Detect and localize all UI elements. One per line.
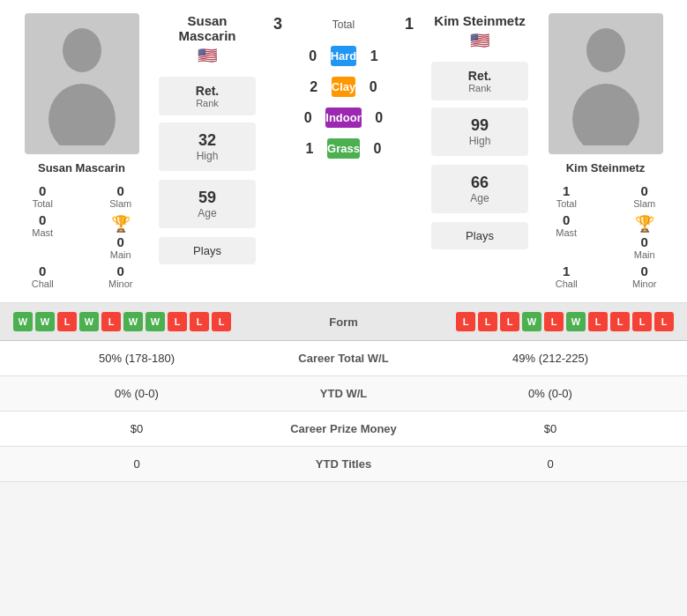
player2-rank-label: Rank [468, 83, 491, 93]
total-p2: 1 [396, 15, 422, 33]
player1-age: 59 [168, 189, 247, 207]
player1-ret: Ret. [196, 84, 219, 98]
form-badge-p1: L [57, 312, 77, 331]
player1-high: 32 [168, 131, 247, 150]
player1-rank-label: Rank [196, 98, 219, 108]
player2-panel: Kim Steinmetz 1 Total 0 Slam 0 Mast 🏆 [533, 13, 678, 289]
player2-main-cell: 0 Main [611, 234, 679, 260]
player1-total-cell: 0 Total [9, 183, 77, 209]
prize-row: $0 Career Prize Money $0 [0, 412, 687, 447]
player1-panel: Susan Mascarin 0 Total 0 Slam 0 Mast 🏆 [9, 13, 154, 289]
player1-chall: 0 [39, 263, 46, 278]
prize-label: Career Prize Money [260, 422, 427, 435]
ytd-wl-row: 0% (0-0) YTD W/L 0% (0-0) [0, 376, 687, 412]
player2-form-badges: LLLWLWLLLL [456, 312, 674, 331]
form-section: WWLWLWWLLL Form LLLWLWLLLL [0, 303, 687, 341]
comparison-section: Susan Mascarin 0 Total 0 Slam 0 Mast 🏆 [0, 0, 687, 303]
clay-badge: Clay [332, 77, 355, 97]
player2-mast: 0 [563, 212, 570, 227]
player2-total-cell: 1 Total [533, 183, 601, 209]
player1-main-spacer [9, 233, 77, 260]
career-wl-row: 50% (178-180) Career Total W/L 49% (212-… [0, 341, 687, 376]
form-badge-p1: W [35, 312, 55, 331]
player2-plays-box: Plays [431, 222, 528, 249]
player1-total: 0 [39, 183, 46, 198]
player1-slam: 0 [117, 183, 124, 198]
player1-mast: 0 [39, 212, 46, 227]
hard-p2: 1 [361, 48, 387, 64]
clay-p2: 0 [360, 79, 386, 95]
player2-total-label: Total [556, 198, 577, 209]
career-wl-label: Career Total W/L [260, 352, 427, 365]
svg-point-1 [49, 84, 116, 145]
indoor-badge: Indoor [325, 108, 361, 128]
form-badge-p2: L [588, 312, 608, 331]
player1-plays-label: Plays [166, 244, 249, 257]
player2-trophy-cell: 🏆 [611, 212, 679, 238]
player1-name: Susan Mascarin [38, 161, 125, 174]
player2-plays-label: Plays [438, 229, 521, 242]
player2-slam-label: Slam [633, 198, 655, 209]
main-container: Susan Mascarin 0 Total 0 Slam 0 Mast 🏆 [0, 0, 687, 482]
indoor-p1: 0 [295, 110, 321, 126]
player1-main-label: Main [110, 249, 131, 260]
player2-chall: 1 [563, 263, 570, 278]
player1-chall-label: Chall [32, 278, 54, 289]
form-badge-p1: L [212, 312, 231, 331]
player1-slam-label: Slam [109, 198, 131, 209]
form-badge-p1: L [168, 312, 187, 331]
player1-trophy-cell: 🏆 [87, 212, 155, 238]
player1-minor-label: Minor [108, 278, 133, 289]
hard-badge: Hard [331, 46, 357, 66]
player1-high-box: 32 High [159, 122, 256, 171]
player2-age-label: Age [440, 192, 519, 204]
player2-age: 66 [440, 174, 519, 192]
player1-main-cell: 0 Main [87, 234, 155, 260]
player1-avatar [25, 13, 139, 154]
p1-titles: 0 [13, 457, 260, 471]
player1-ret-rank-box: Ret. Rank [159, 77, 256, 115]
player2-high-label: High [440, 135, 519, 147]
player2-minor: 0 [641, 263, 648, 278]
player1-chall-cell: 0 Chall [9, 263, 77, 289]
titles-label: YTD Titles [260, 457, 427, 471]
form-badge-p2: L [610, 312, 630, 331]
hard-row: 0 Hard 1 [300, 41, 388, 71]
grass-row: 1 Grass 0 [296, 133, 391, 164]
player2-main-label: Main [634, 249, 655, 260]
p1-prize: $0 [13, 422, 260, 435]
player2-minor-cell: 0 Minor [611, 263, 679, 289]
player2-name-center: Kim Steinmetz [434, 13, 525, 28]
ytd-wl-label: YTD W/L [260, 387, 427, 400]
player1-minor-cell: 0 Minor [87, 263, 155, 289]
player1-form-badges: WWLWLWWLLL [13, 312, 231, 331]
form-badge-p2: L [456, 312, 475, 331]
grass-badge: Grass [327, 138, 360, 159]
player2-trophy-icon: 🏆 [635, 214, 654, 234]
player1-name-center: Susan Mascarin [159, 13, 256, 43]
player1-slam-cell: 0 Slam [87, 183, 155, 209]
player2-ret: Ret. [468, 69, 491, 83]
form-badge-p1: W [123, 312, 143, 331]
player2-age-box: 66 Age [431, 165, 528, 213]
player2-chall-label: Chall [556, 278, 578, 289]
grass-p1: 1 [296, 141, 323, 157]
player1-trophy-icon: 🏆 [111, 214, 131, 234]
player2-chall-cell: 1 Chall [533, 263, 601, 289]
player2-total: 1 [563, 183, 570, 198]
form-badge-p1: W [146, 312, 165, 331]
player1-info-panel: Susan Mascarin 🇺🇸 Ret. Rank 32 High 59 A… [159, 13, 256, 289]
svg-point-0 [63, 28, 101, 72]
form-label: Form [300, 315, 388, 329]
form-badge-p2: L [544, 312, 564, 331]
player1-total-label: Total [33, 198, 53, 209]
hard-p1: 0 [300, 48, 326, 64]
player2-info-panel: Kim Steinmetz 🇺🇸 Ret. Rank 99 High 66 Ag… [431, 13, 528, 289]
player1-high-label: High [168, 150, 247, 162]
player2-high: 99 [440, 116, 519, 135]
player1-plays-box: Plays [159, 237, 256, 264]
p2-prize: $0 [427, 422, 674, 435]
player2-minor-label: Minor [632, 278, 657, 289]
p1-career-wl: 50% (178-180) [13, 352, 260, 365]
p1-ytd-wl: 0% (0-0) [13, 387, 260, 400]
